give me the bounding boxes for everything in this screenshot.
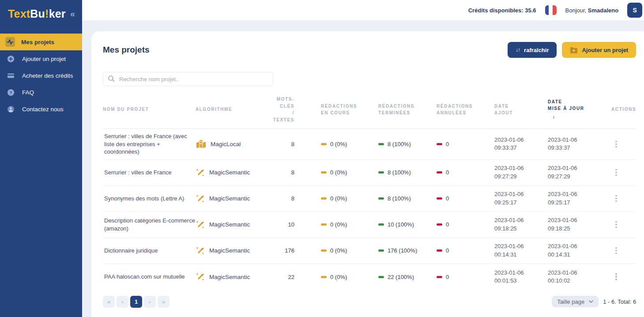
completed-cell: 10 (100%) [365, 221, 423, 228]
col-header-date-added[interactable]: Date Ajout [481, 103, 535, 117]
row-actions-kebab-icon[interactable] [611, 245, 621, 256]
logo-text-part: Bu [30, 8, 45, 20]
cancelled-cell: 0 [423, 141, 481, 147]
algorithm-name: MagicSemantic [209, 247, 250, 254]
sidebar-item-faq[interactable]: ? FAQ [0, 84, 82, 101]
avatar[interactable]: S [627, 3, 642, 18]
table-row[interactable]: Serrurier : villes de France MagicSemant… [103, 160, 636, 186]
sidebar-item-label: FAQ [22, 89, 34, 96]
keywords-count: 176 [272, 247, 308, 254]
sidebar-item-ajouter-un-projet[interactable]: Ajouter un projet [0, 50, 82, 67]
in-progress-value: 0 (0%) [330, 169, 347, 176]
row-actions-kebab-icon[interactable] [611, 139, 621, 149]
actions-cell [588, 272, 636, 282]
table-footer: « ‹ 1 › » Taille page 1 - 6. Total: 6 [103, 296, 636, 308]
cancelled-value: 0 [446, 221, 449, 228]
col-header-keywords[interactable]: Mots-clés / Textes [272, 96, 308, 123]
pagination-prev-button[interactable]: ‹ [117, 296, 128, 308]
cancelled-value: 0 [446, 141, 449, 147]
cancelled-value: 0 [446, 195, 449, 202]
refresh-button[interactable]: ↓↑ rafraîchir [508, 42, 557, 58]
date-updated-cell: 2023-01-06 09:18:25 [535, 216, 588, 232]
table-row[interactable]: Description catégories E-commerce (amazo… [103, 212, 636, 238]
table-row[interactable]: PAA haloscan.com sur mutuelle MagicSeman… [103, 264, 636, 290]
completed-value: 10 (100%) [388, 221, 414, 228]
algorithm-cell: MagicSemantic [196, 272, 272, 282]
date-updated-cell: 2023-01-06 09:33:37 [535, 136, 588, 152]
row-actions-kebab-icon[interactable] [611, 219, 621, 230]
project-name[interactable]: PAA haloscan.com sur mutuelle [103, 273, 196, 281]
pagination-last-button[interactable]: » [158, 296, 169, 308]
table-row[interactable]: Dictionnaire juridique MagicSemantic 176… [103, 238, 636, 264]
table-row[interactable]: Synonymes des mots (Lettre A) MagicSeman… [103, 186, 636, 212]
col-header-line: Mise à jour [548, 105, 588, 112]
col-header-date-updated[interactable]: Date Mise à jour ↓ [535, 98, 588, 121]
row-actions-kebab-icon[interactable] [611, 272, 621, 282]
algorithm-cell: MagicSemantic [196, 246, 272, 256]
row-actions-kebab-icon[interactable] [611, 193, 621, 204]
actions-cell [588, 193, 636, 204]
search-input[interactable] [103, 72, 273, 86]
project-name[interactable]: Serrurier : villes de France (avec liste… [103, 132, 196, 156]
date-added-cell: 2023-01-06 09:25:17 [481, 190, 535, 206]
completed-cell: 22 (100%) [365, 274, 423, 280]
table-row[interactable]: Serrurier : villes de France (avec liste… [103, 129, 636, 160]
status-red-pill [437, 171, 442, 174]
date-added-date: 2023-01-06 [494, 190, 535, 198]
cancelled-cell: 0 [423, 221, 481, 228]
date-updated-date: 2023-01-06 [548, 269, 588, 277]
add-project-button[interactable]: Ajouter un projet [562, 42, 636, 58]
algorithm-cell: MagicSemantic [196, 220, 272, 230]
cancelled-value: 0 [446, 169, 449, 176]
sort-desc-icon[interactable]: ↓ [552, 113, 588, 121]
col-header-line: Mots-clés [272, 96, 294, 109]
pagination-page-1-button[interactable]: 1 [130, 296, 142, 308]
algorithm-name: MagicSemantic [209, 195, 250, 202]
keywords-count: 10 [272, 221, 308, 228]
col-header-line: Date [548, 98, 588, 106]
col-header-completed[interactable]: Rédactions Terminées [365, 103, 423, 117]
date-added-date: 2023-01-06 [494, 216, 535, 224]
pagination-first-button[interactable]: « [103, 296, 115, 308]
in-progress-value: 0 (0%) [330, 221, 347, 228]
project-name[interactable]: Serrurier : villes de France [103, 169, 196, 177]
date-updated-time: 09:33:37 [548, 144, 588, 152]
status-red-pill [437, 223, 442, 226]
col-header-cancelled[interactable]: Rédactions Annulées [423, 103, 481, 117]
in-progress-value: 0 (0%) [330, 274, 347, 280]
magic-wand-icon [196, 194, 205, 204]
cancelled-cell: 0 [423, 247, 481, 254]
pagination-summary: 1 - 6. Total: 6 [603, 298, 636, 305]
date-added-time: 09:25:17 [494, 199, 535, 207]
greeting-prefix: Bonjour, [565, 7, 587, 14]
chevron-down-icon [589, 300, 593, 303]
project-name[interactable]: Dictionnaire juridique [103, 247, 196, 255]
date-added-cell: 2023-01-06 09:18:25 [481, 216, 535, 232]
col-header-name[interactable]: Nom du projet [103, 106, 196, 113]
sidebar-item-acheter-des-credits[interactable]: Acheter des crédits [0, 67, 82, 84]
col-header-algorithm[interactable]: Algorithme [196, 106, 272, 113]
sidebar-item-contactez-nous[interactable]: Contactez nous [0, 101, 82, 117]
algorithm-cell: MagicSemantic [196, 168, 272, 177]
top-header: Crédits disponibles: 35.6 Bonjour, Smada… [82, 0, 644, 20]
sidebar-item-mes-projets[interactable]: Mes projets [0, 34, 82, 50]
completed-value: 8 (100%) [388, 169, 411, 176]
pagination-next-button[interactable]: › [144, 296, 156, 308]
logo-text-part: ker [49, 8, 66, 20]
algorithm-cell: MagicSemantic [196, 194, 272, 204]
project-name[interactable]: Synonymes des mots (Lettre A) [103, 195, 196, 203]
date-added-time: 09:27:29 [494, 173, 535, 181]
table-header: Nom du projet Algorithme Mots-clés / Tex… [103, 96, 636, 129]
project-name[interactable]: Description catégories E-commerce (amazo… [103, 217, 196, 232]
refresh-button-label: rafraîchir [524, 47, 549, 53]
row-actions-kebab-icon[interactable] [611, 167, 621, 178]
actions-cell [588, 139, 636, 149]
page-size-select[interactable]: Taille page [552, 296, 599, 307]
sidebar-collapse-icon[interactable]: « [70, 9, 75, 18]
add-project-button-label: Ajouter un projet [582, 47, 628, 53]
col-header-line: / Textes [272, 109, 294, 123]
magic-wand-icon [196, 168, 205, 177]
col-header-in-progress[interactable]: Rédactions En cours [308, 103, 365, 117]
sidebar-menu: Mes projets Ajouter un projet Acheter de… [0, 34, 82, 117]
date-updated-time: 09:18:25 [548, 225, 588, 233]
